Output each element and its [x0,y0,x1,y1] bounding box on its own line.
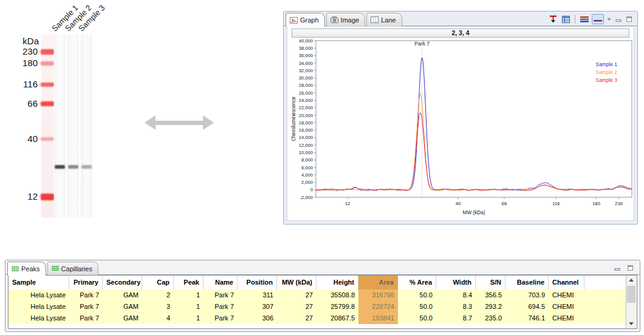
graph-toolbar [547,13,634,25]
table-header-row: SamplePrimarySecondaryCapPeakNamePositio… [9,276,626,289]
scale-to-fit-icon[interactable] [547,13,559,25]
column-header-width[interactable]: Width [436,276,476,289]
svg-text:36,000: 36,000 [299,53,313,58]
cell-s-n: 293.2 [476,301,505,313]
ladder-label-12: 12 [9,191,38,201]
column-header-s-n[interactable]: S/N [476,276,505,289]
graph-panel: GraphImageLane 2, 3, 4 40,00038,00036,00… [283,11,638,225]
column-header-cap[interactable]: Cap [142,276,174,289]
cell--area: 50.0 [398,313,436,324]
tab-lane[interactable]: Lane [366,13,402,26]
svg-text:24,000: 24,000 [299,98,313,103]
maximize-icon[interactable] [625,15,634,24]
column-header-name[interactable]: Name [204,276,238,289]
cell-mw-kda-: 27 [277,313,317,324]
cell-primary: Park 7 [69,313,103,324]
cell-mw-kda-: 27 [277,301,317,313]
svg-text:66: 66 [502,201,507,206]
column-header-channel[interactable]: Channel [549,276,584,289]
sample-band [81,165,92,169]
table-body: Hela LysatePark 7GAM21Park 73112735508.8… [9,289,637,324]
cell-s-n: 235.0 [476,313,505,324]
cell-primary: Park 7 [69,289,103,301]
blot-image: kDa 230180116664012 Sample 1Sample 2Samp… [0,0,146,243]
ladder-band-66 [41,101,54,106]
table-row[interactable]: Hela LysatePark 7GAM31Park 73072725799.8… [9,301,626,313]
arrow-right-head [203,115,214,130]
minimize-icon[interactable] [613,264,622,272]
cell-secondary: GAM [103,301,142,313]
graph-tabbar: GraphImageLane [286,13,402,27]
cell-area: 193841 [358,313,398,324]
svg-text:22,000: 22,000 [299,105,313,110]
maximize-icon[interactable] [626,263,635,272]
cell-secondary: GAM [103,313,142,324]
cell-mw-kda-: 27 [277,289,317,301]
scroll-down-button[interactable] [626,319,636,328]
table-row[interactable]: Hela LysatePark 7GAM41Park 73062720867.5… [9,313,626,324]
arrow-shaft [154,121,205,125]
svg-text:32,000: 32,000 [299,68,313,73]
ladder-label-116: 116 [9,79,38,89]
cell-baseline: 703.9 [505,289,549,301]
single-view-icon[interactable] [592,14,604,24]
column-header-secondary[interactable]: Secondary [103,276,142,289]
view-menu-chevron-icon[interactable] [605,16,613,22]
tab-label: Image [341,16,360,24]
ladder-label-180: 180 [9,58,38,68]
cell-position: 306 [238,313,277,324]
cell-cap: 4 [142,313,174,324]
tab-capillaries[interactable]: Capillaries [47,262,98,275]
table-icon[interactable] [560,14,572,25]
cell-width: 8.7 [436,313,476,324]
cell-height: 20867.5 [317,313,358,324]
column-header-position[interactable]: Position [238,276,277,289]
chemiluminescence-chart[interactable]: 40,00038,00036,00034,00032,00030,00028,0… [289,38,635,222]
graph-title: 2, 3, 4 [292,29,629,38]
cell-area: 316798 [358,289,398,301]
tab-graph[interactable]: Graph [286,13,325,27]
column-header-height[interactable]: Height [317,276,358,289]
app-canvas: kDa 230180116664012 Sample 1Sample 2Samp… [0,0,644,335]
cell-secondary: GAM [103,289,142,301]
cell-cap: 3 [142,301,174,313]
scroll-thumb[interactable] [627,286,635,303]
tab-image[interactable]: Image [326,13,366,26]
cell-sample: Hela Lysate [9,289,69,301]
sample-lane [81,35,92,218]
svg-text:8,000: 8,000 [301,157,313,163]
sample-lane [54,35,66,218]
svg-text:18,000: 18,000 [299,120,313,126]
table-tabbar: PeaksCapillaries [7,262,98,276]
cell-filler [584,301,626,313]
column-header-area[interactable]: Area [358,276,398,289]
table-scrollbar[interactable] [626,276,637,328]
column-header-baseline[interactable]: Baseline [505,276,549,289]
cell-peak: 1 [174,289,204,301]
cell-sample: Hela Lysate [9,313,69,324]
column-header-primary[interactable]: Primary [69,276,103,289]
column-header-mw-kda-[interactable]: MW (kDa) [277,276,317,289]
svg-text:12: 12 [345,201,351,206]
svg-text:34,000: 34,000 [299,61,313,66]
cell-primary: Park 7 [69,301,103,313]
svg-text:0: 0 [310,187,313,192]
stacked-view-icon[interactable] [578,14,591,24]
table-row[interactable]: Hela LysatePark 7GAM21Park 73112735508.8… [9,289,626,301]
cell--area: 50.0 [398,289,436,301]
cell-channel: CHEMI [549,301,584,313]
column-header-sample[interactable]: Sample [9,276,69,289]
minimize-icon[interactable] [614,15,623,24]
column-header--area[interactable]: % Area [398,276,436,289]
scroll-up-button[interactable] [626,276,636,285]
tab-label: Capillaries [61,265,92,272]
graph-icon [290,17,298,24]
cell-position: 311 [238,289,277,301]
svg-text:116: 116 [552,201,560,206]
svg-text:26,000: 26,000 [299,90,313,96]
tab-peaks[interactable]: Peaks [7,262,46,276]
kda-unit-label: kDa [13,36,39,46]
tab-divider [5,274,640,275]
column-header-peak[interactable]: Peak [174,276,204,289]
ladder-label-230: 230 [9,46,38,56]
